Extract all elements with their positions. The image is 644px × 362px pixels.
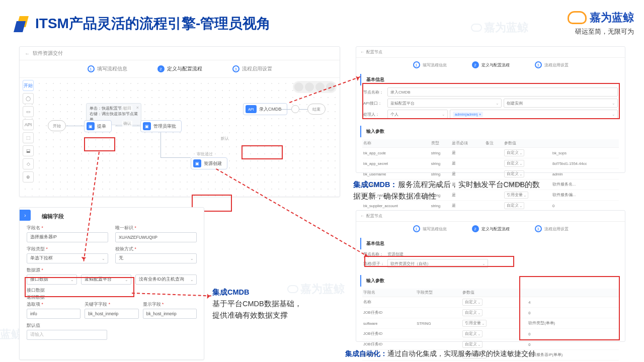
annotation-cmdb-sync: 集成CMDB：服务流程完成后，实时触发平台CMDB的数据更新，确保数据准确性 [353,179,627,202]
handler-type[interactable]: 个人⌄ [387,110,448,119]
src-select-1[interactable]: 接口数据⌄ [27,275,77,285]
field-name-input[interactable]: 选择服务器IP [27,232,108,242]
tool-btn[interactable]: ◇ [23,158,34,169]
tool-start[interactable]: 开始 [23,80,34,91]
config-node-panel-1: ←配置节点 1填写流程信息 2定义与配置流程 3流程启用设置 基本信息 节点名称… [356,46,625,173]
collapse-toggle[interactable]: › [20,210,31,221]
field-type-select[interactable]: 单选下拉框⌄ [27,253,108,263]
src-select-3[interactable]: 没有业务ID的主机查询⌄ [135,275,197,285]
api-select-1[interactable]: 蓝鲸配置平台⌄ [387,99,502,108]
node-approval[interactable]: ▣管理员审批 [140,120,182,132]
tool-btn[interactable]: ◯ [23,93,34,104]
src-select-2[interactable]: 蓝鲸配置平台⌄ [81,275,131,285]
node-end[interactable]: 结束 [307,104,326,115]
back-icon[interactable]: ← [360,50,364,54]
table-row: JOB任务ID自定义0 [362,329,619,339]
table-row: bk_usernamestring是自定义admin [362,169,619,179]
slide-title: ITSM产品灵活的流程引擎-管理员视角 [35,14,271,33]
field-check-select[interactable]: 无⌄ [115,253,197,263]
node-toolbox: 开始 ◯ ▭ API ⬚ ⬓ ◇ ⊕ [23,80,34,183]
subflow-select[interactable]: 软件资源交付（自动）⌄ [387,259,488,268]
step-1[interactable]: 1填写流程信息 [88,65,127,72]
brand-cloud-icon [568,11,587,24]
close-icon[interactable]: × [136,105,139,111]
breadcrumb[interactable]: 软件资源交付 [33,50,63,57]
flow-stepper: 1填写流程信息 2定义与配置流程 3流程启用设置 [20,60,340,78]
table-row: bk_app_codestring是自定义bk_sops [362,148,619,158]
node-asset-create[interactable]: ▣资源创建 [191,157,227,169]
brand-block: 嘉为蓝鲸 研运至简，无限可为 [568,10,634,36]
table-row: JOB任务ID自定义0 [362,360,619,363]
field-editor-title: 编辑字段 [42,213,197,220]
annotation-automation: 集成自动化：通过自动化集成，实现服务请求的快速敏捷交付 [345,348,642,359]
table-row: JOB任务ID自定义0 [362,308,619,318]
tool-btn[interactable]: ⊕ [23,171,34,183]
back-icon[interactable]: ← [25,51,30,56]
gateway[interactable] [291,105,299,113]
node-api-cmdb[interactable]: API录入CMDB [243,103,287,115]
table-row: softwareSTRING引用变量软件类型(单单) [362,318,619,329]
default-input[interactable]: 请输入 [27,330,107,340]
flow-editor: ←软件资源交付 1填写流程信息 2定义与配置流程 3流程启用设置 开始 ◯ ▭ … [19,46,340,197]
brand-slogan: 研运至简，无限可为 [568,27,634,36]
node-name-input[interactable]: 录入CMDB [387,87,618,97]
tool-btn[interactable]: ⬓ [23,145,34,156]
show-input[interactable]: bk_host_innerip [143,309,197,319]
step-2[interactable]: 2定义与配置流程 [157,65,202,72]
tool-btn[interactable]: ⬚ [23,132,34,143]
step-3[interactable]: 3流程启用设置 [232,65,272,72]
tool-api[interactable]: API [23,119,34,130]
brand-name: 嘉为蓝鲸 [590,10,634,25]
tool-btn[interactable]: ▭ [23,106,34,117]
handler-value[interactable]: admin(admin) ×⌄ [450,110,618,119]
node-start[interactable]: 开始 [48,120,66,131]
node-submit[interactable]: ▣提单 [84,120,112,132]
field-editor: › 编辑字段 字段名 *选择服务器IP 唯一标识 *XUANZEFUWUQIIP… [19,207,204,360]
sel-input[interactable]: info [27,309,80,319]
config-node-panel-2: ←配置节点 1填写流程信息 2定义与配置流程 3流程启用设置 基本信息 节点名称… [356,210,625,342]
table-row: 名称自定义4 [362,297,619,308]
kw-input[interactable]: bk_host_innerip [85,309,138,319]
api-select-2[interactable]: 创建实例⌄ [504,99,618,108]
back-icon[interactable]: ← [360,214,364,218]
slide-icon [14,16,29,31]
field-uid-input[interactable]: XUANZEFUWUQIIP [115,232,197,242]
flow-canvas[interactable]: 开始 ◯ ▭ API ⬚ ⬓ ◇ ⊕ 开始 × 单击：快速配置节点右键：调出快速… [20,78,340,196]
table-row: bk_app_secretstring是自定义8cf75bd1-1554-44c… [362,158,619,169]
annotation-cmdb-source: 集成CMDB 基于平台CMDB数据基础， 提供准确有效数据支撑 [212,287,338,322]
